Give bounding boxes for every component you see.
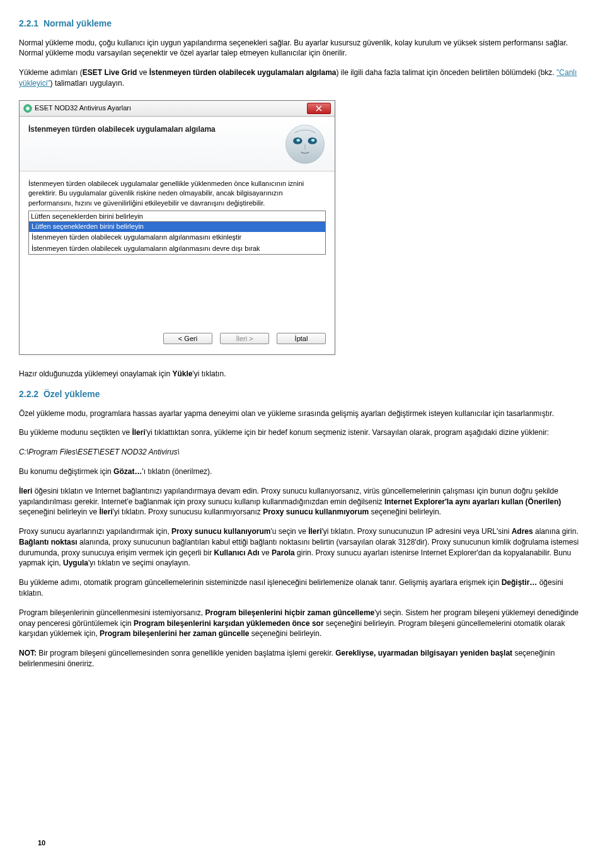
section2-para3: Bu konumu değiştirmek için Gözat…'ı tıkl…: [19, 466, 586, 477]
after-dialog-para: Hazır olduğunuzda yüklemeyi onaylamak iç…: [19, 369, 586, 379]
close-icon[interactable]: [307, 103, 331, 114]
section-heading-normal-yukleme: 2.2.1 Normal yükleme: [19, 18, 586, 30]
dialog-title: ESET NOD32 Antivirus Ayarları: [35, 103, 131, 113]
section2-para4: İleri öğesini tıklatın ve Internet bağla…: [19, 486, 586, 518]
section-heading-ozel-yukleme: 2.2.2 Özel yükleme: [19, 388, 586, 401]
cancel-button[interactable]: İptal: [277, 333, 326, 344]
dialog-body-text: İstenmeyen türden olabilecek uygulamalar…: [20, 171, 335, 211]
svg-point-6: [311, 139, 314, 141]
select-option-disable[interactable]: İstenmeyen türden olabilecek uygulamalar…: [29, 243, 325, 254]
section1-para1: Normal yükleme modu, çoğu kullanıcı için…: [19, 38, 586, 59]
section2-para2: Bu yükleme modunu seçtikten ve İleri'yi …: [19, 427, 586, 438]
svg-point-5: [297, 139, 300, 141]
dialog-header: İstenmeyen türden olabilecek uygulamalar…: [20, 117, 335, 171]
section2-para6: Bu yükleme adımı, otomatik program günce…: [19, 577, 586, 599]
back-button[interactable]: < Geri: [163, 333, 212, 344]
section2-para7: Program bileşenlerinin güncellenmesini i…: [19, 608, 586, 639]
section2-para5: Proxy sunucu ayarlarınızı yapılandırmak …: [19, 526, 586, 569]
select-option-placeholder[interactable]: Lütfen seçeneklerden birini belirleyin: [29, 221, 325, 232]
section1-para2: Yükleme adımları (ESET Live Grid ve İste…: [19, 67, 586, 89]
page-number: 10: [38, 838, 45, 848]
svg-point-2: [285, 125, 324, 163]
robot-face-image: [278, 120, 332, 166]
svg-point-1: [26, 107, 29, 110]
detection-select[interactable]: [28, 211, 326, 222]
detection-select-listbox: Lütfen seçeneklerden birini belirleyin İ…: [28, 221, 326, 255]
next-button[interactable]: İleri >: [220, 333, 269, 344]
dialog-header-title: İstenmeyen türden olabilecek uygulamalar…: [20, 117, 224, 171]
dialog-titlebar: ESET NOD32 Antivirus Ayarları: [20, 101, 335, 117]
select-option-enable[interactable]: İstenmeyen türden olabilecek uygulamalar…: [29, 232, 325, 243]
install-path: C:\Program Files\ESET\ESET NOD32 Antivir…: [19, 447, 586, 458]
section2-para8-note: NOT: Bir program bileşeni güncellemesind…: [19, 648, 586, 669]
section2-para1: Özel yükleme modu, programlara hassas ay…: [19, 408, 586, 419]
eset-app-icon: [23, 104, 32, 113]
eset-settings-dialog: ESET NOD32 Antivirus Ayarları İstenmeyen…: [19, 100, 335, 355]
